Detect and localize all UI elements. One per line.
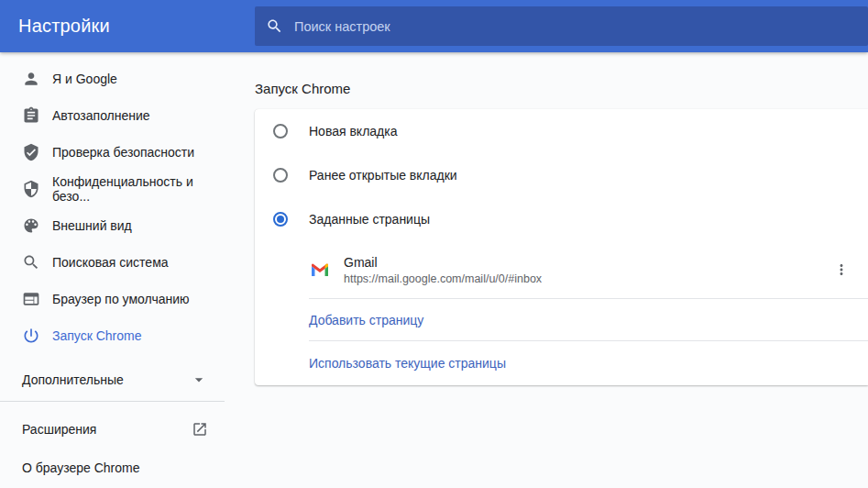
sidebar-item-label: Я и Google bbox=[52, 72, 117, 86]
option-new-tab[interactable]: Новая вкладка bbox=[255, 109, 868, 153]
sidebar-item-label: Проверка безопасности bbox=[52, 145, 194, 160]
browser-window-icon bbox=[22, 290, 40, 308]
sidebar-item-on-startup[interactable]: Запуск Chrome bbox=[0, 317, 225, 354]
radio-continue[interactable] bbox=[273, 168, 288, 183]
sidebar-item-label: Конфиденциальность и безо... bbox=[52, 174, 225, 204]
advanced-label: Дополнительные bbox=[22, 372, 124, 387]
open-in-new-icon bbox=[192, 421, 208, 438]
shield-check-icon bbox=[22, 143, 40, 161]
startup-page-row: Gmail https://mail.google.com/mail/u/0/#… bbox=[255, 241, 868, 298]
section-title: Запуск Chrome bbox=[255, 81, 868, 96]
page-more-actions-button[interactable] bbox=[825, 253, 858, 286]
page-title: Настройки bbox=[18, 16, 110, 37]
sidebar: Я и Google Автозаполнение Проверка безоп… bbox=[0, 52, 225, 488]
sidebar-item-label: Браузер по умолчанию bbox=[52, 292, 190, 306]
radio-specific-pages[interactable] bbox=[273, 212, 288, 227]
option-label: Ранее открытые вкладки bbox=[309, 168, 457, 183]
option-open-specific-pages[interactable]: Заданные страницы bbox=[255, 197, 868, 241]
about-label: О браузере Chrome bbox=[22, 460, 140, 475]
search-input[interactable] bbox=[294, 19, 716, 34]
sidebar-item-default-browser[interactable]: Браузер по умолчанию bbox=[0, 281, 225, 317]
sidebar-item-me-and-google[interactable]: Я и Google bbox=[0, 61, 225, 97]
sidebar-item-safety-check[interactable]: Проверка безопасности bbox=[0, 134, 225, 171]
sidebar-item-label: Автозаполнение bbox=[52, 108, 150, 123]
option-label: Новая вкладка bbox=[309, 124, 398, 139]
use-current-pages-button[interactable]: Использовать текущие страницы bbox=[255, 341, 868, 385]
startup-page-info: Gmail https://mail.google.com/mail/u/0/#… bbox=[344, 255, 542, 285]
sidebar-divider bbox=[0, 401, 225, 402]
option-continue-where-left-off[interactable]: Ранее открытые вкладки bbox=[255, 153, 868, 197]
person-icon bbox=[22, 70, 40, 88]
search-field[interactable] bbox=[255, 6, 868, 46]
search-icon bbox=[266, 17, 283, 35]
sidebar-advanced-toggle[interactable]: Дополнительные bbox=[0, 359, 225, 401]
palette-icon bbox=[22, 216, 40, 235]
power-icon bbox=[22, 327, 40, 345]
startup-page-name: Gmail bbox=[344, 255, 542, 270]
gmail-icon bbox=[312, 263, 328, 276]
chrome-settings-page: Настройки Я и Google Автозаполнение Пров… bbox=[0, 0, 868, 488]
shield-icon bbox=[22, 180, 40, 198]
startup-page-url: https://mail.google.com/mail/u/0/#inbox bbox=[344, 272, 542, 285]
main-content: Запуск Chrome Новая вкладка Ранее открыт… bbox=[225, 52, 868, 488]
sidebar-item-label: Запуск Chrome bbox=[52, 328, 141, 343]
chevron-down-icon bbox=[190, 371, 208, 389]
sidebar-item-about-chrome[interactable]: О браузере Chrome bbox=[0, 449, 225, 487]
autofill-clipboard-icon bbox=[22, 106, 40, 125]
sidebar-item-privacy[interactable]: Конфиденциальность и безо... bbox=[0, 171, 225, 207]
search-icon bbox=[22, 253, 40, 272]
sidebar-item-autofill[interactable]: Автозаполнение bbox=[0, 97, 225, 134]
extensions-label: Расширения bbox=[22, 422, 96, 437]
radio-new-tab[interactable] bbox=[273, 124, 288, 139]
sidebar-item-label: Поисковая система bbox=[52, 255, 169, 270]
option-label: Заданные страницы bbox=[309, 212, 430, 227]
more-vert-icon bbox=[833, 261, 850, 278]
add-page-button[interactable]: Добавить страницу bbox=[255, 299, 868, 340]
sidebar-item-search-engine[interactable]: Поисковая система bbox=[0, 244, 225, 281]
sidebar-item-appearance[interactable]: Внешний вид bbox=[0, 207, 225, 244]
sidebar-item-extensions[interactable]: Расширения bbox=[0, 410, 225, 449]
sidebar-item-label: Внешний вид bbox=[52, 218, 132, 233]
on-startup-card: Новая вкладка Ранее открытые вкладки Зад… bbox=[255, 109, 868, 385]
header: Настройки bbox=[0, 0, 868, 52]
